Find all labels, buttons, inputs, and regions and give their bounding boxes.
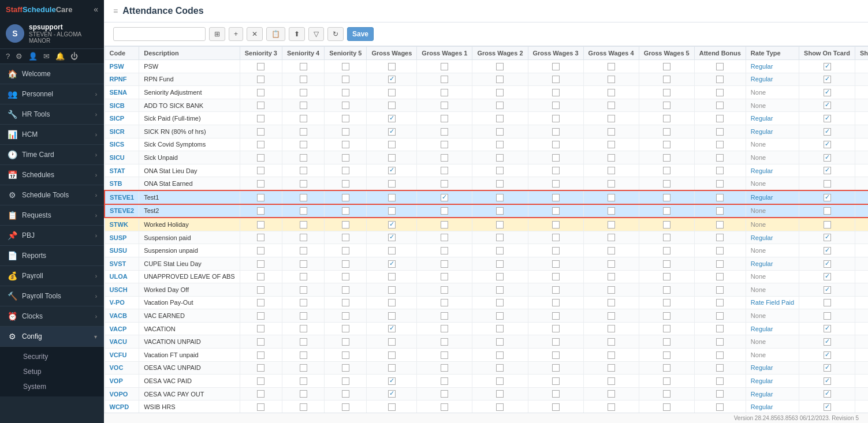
checkbox[interactable] xyxy=(388,247,396,254)
sidebar-item-system[interactable]: System xyxy=(0,379,104,394)
checkbox[interactable] xyxy=(552,63,560,70)
checkbox[interactable] xyxy=(388,260,396,268)
export-button[interactable]: 📋 xyxy=(266,27,285,41)
checkbox[interactable] xyxy=(663,234,670,241)
checkbox[interactable] xyxy=(257,260,265,268)
checkbox[interactable] xyxy=(608,102,615,109)
checkbox[interactable] xyxy=(552,299,560,306)
checkbox[interactable] xyxy=(257,403,265,411)
checkbox[interactable] xyxy=(608,247,615,254)
table-row[interactable]: ULOAUNAPPROVED LEAVE OF ABSNone xyxy=(105,270,868,283)
checkbox[interactable] xyxy=(552,286,560,294)
checkbox[interactable] xyxy=(608,167,615,174)
checkbox[interactable] xyxy=(257,364,265,372)
checkbox[interactable] xyxy=(608,221,615,229)
checkbox[interactable] xyxy=(300,260,307,268)
checkbox[interactable] xyxy=(441,234,448,241)
checkbox[interactable] xyxy=(257,89,265,96)
checkbox[interactable] xyxy=(824,102,831,109)
checkbox[interactable] xyxy=(824,128,831,136)
checkbox[interactable] xyxy=(716,76,724,83)
checkbox[interactable] xyxy=(716,364,724,372)
checkbox[interactable] xyxy=(496,234,504,241)
checkbox[interactable] xyxy=(824,234,831,241)
checkbox[interactable] xyxy=(441,247,448,254)
checkbox[interactable] xyxy=(388,167,396,174)
checkbox[interactable] xyxy=(441,102,448,109)
checkbox[interactable] xyxy=(716,207,724,215)
checkbox[interactable] xyxy=(716,390,724,398)
checkbox[interactable] xyxy=(496,141,504,148)
checkbox[interactable] xyxy=(716,403,724,411)
checkbox[interactable] xyxy=(441,299,448,306)
user-icon[interactable]: 👤 xyxy=(28,52,38,61)
checkbox[interactable] xyxy=(388,351,396,359)
mail-icon[interactable]: ✉ xyxy=(43,52,50,61)
checkbox[interactable] xyxy=(663,351,670,359)
table-row[interactable]: VOPOESA VAC PAIDRegular xyxy=(105,375,868,388)
checkbox[interactable] xyxy=(552,141,560,148)
checkbox[interactable] xyxy=(388,115,396,122)
checkbox[interactable] xyxy=(257,180,265,188)
checkbox[interactable] xyxy=(257,273,265,280)
checkbox[interactable] xyxy=(257,312,265,320)
checkbox[interactable] xyxy=(552,115,560,122)
checkbox[interactable] xyxy=(388,180,396,188)
checkbox[interactable] xyxy=(257,115,265,122)
checkbox[interactable] xyxy=(388,207,396,215)
table-row[interactable]: SVSTCUPE Stat Lieu DayRegular xyxy=(105,257,868,270)
checkbox[interactable] xyxy=(441,207,448,215)
checkbox[interactable] xyxy=(824,312,831,320)
checkbox[interactable] xyxy=(663,325,670,332)
bell-icon[interactable]: 🔔 xyxy=(55,52,65,61)
checkbox[interactable] xyxy=(663,403,670,411)
sidebar-item-hcm[interactable]: 📊 HCM › xyxy=(0,125,104,145)
checkbox[interactable] xyxy=(300,141,307,148)
checkbox[interactable] xyxy=(552,207,560,215)
sidebar-item-setup[interactable]: Setup xyxy=(0,364,104,379)
checkbox[interactable] xyxy=(257,338,265,346)
checkbox[interactable] xyxy=(824,180,831,188)
save-button[interactable]: Save xyxy=(347,27,374,41)
checkbox[interactable] xyxy=(300,312,307,320)
table-row[interactable]: SUSPSuspension paidRegular xyxy=(105,231,868,244)
checkbox[interactable] xyxy=(663,377,670,385)
checkbox[interactable] xyxy=(663,286,670,294)
checkbox[interactable] xyxy=(342,194,349,201)
checkbox[interactable] xyxy=(663,154,670,162)
checkbox[interactable] xyxy=(300,247,307,254)
checkbox[interactable] xyxy=(300,234,307,241)
checkbox[interactable] xyxy=(824,325,831,332)
checkbox[interactable] xyxy=(388,403,396,411)
checkbox[interactable] xyxy=(608,154,615,162)
checkbox[interactable] xyxy=(496,338,504,346)
checkbox[interactable] xyxy=(716,194,724,201)
checkbox[interactable] xyxy=(496,273,504,280)
checkbox[interactable] xyxy=(300,89,307,96)
checkbox[interactable] xyxy=(608,351,615,359)
checkbox[interactable] xyxy=(257,194,265,201)
sidebar-item-time-card[interactable]: 🕐 Time Card › xyxy=(0,145,104,165)
import-button[interactable]: ⬆ xyxy=(289,27,305,41)
checkbox[interactable] xyxy=(716,351,724,359)
checkbox[interactable] xyxy=(552,180,560,188)
checkbox[interactable] xyxy=(824,115,831,122)
checkbox[interactable] xyxy=(441,89,448,96)
checkbox[interactable] xyxy=(663,141,670,148)
checkbox[interactable] xyxy=(300,390,307,398)
table-row[interactable]: STWKWorked HolidayNone xyxy=(105,218,868,231)
checkbox[interactable] xyxy=(824,286,831,294)
checkbox[interactable] xyxy=(388,338,396,346)
checkbox[interactable] xyxy=(342,76,349,83)
checkbox[interactable] xyxy=(608,260,615,268)
checkbox[interactable] xyxy=(257,76,265,83)
checkbox[interactable] xyxy=(388,221,396,229)
checkbox[interactable] xyxy=(552,312,560,320)
checkbox[interactable] xyxy=(300,194,307,201)
table-row[interactable]: SUSUSuspension unpaidNone xyxy=(105,244,868,257)
checkbox[interactable] xyxy=(608,338,615,346)
checkbox[interactable] xyxy=(552,247,560,254)
checkbox[interactable] xyxy=(441,338,448,346)
checkbox[interactable] xyxy=(441,403,448,411)
checkbox[interactable] xyxy=(441,128,448,136)
